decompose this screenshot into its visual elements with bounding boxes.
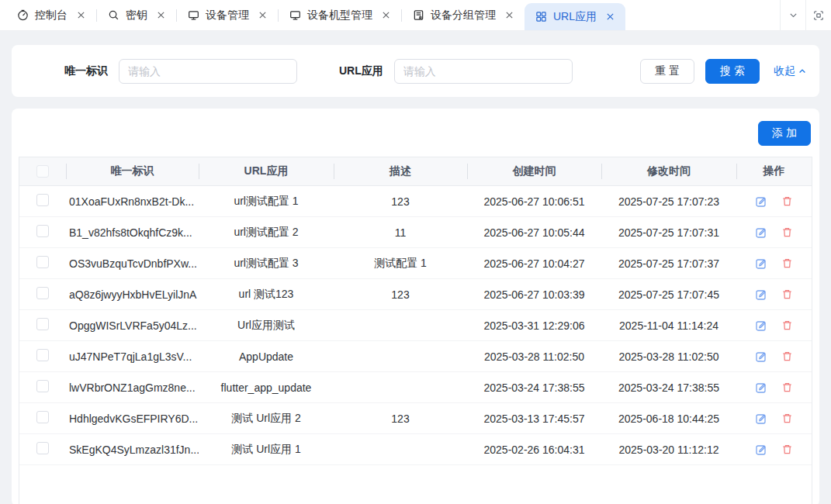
add-button[interactable]: 添 加 xyxy=(758,121,811,146)
fullscreen-button[interactable] xyxy=(805,0,831,30)
created-time-cell: 2025-06-27 10:03:39 xyxy=(467,288,601,301)
close-icon[interactable] xyxy=(258,11,267,19)
url-app-cell: flutter_app_update xyxy=(199,381,334,394)
device-group-icon xyxy=(413,9,424,21)
url-app-cell: Url应用测试 xyxy=(199,319,334,333)
unique-id-cell: OS3vuBzquTcvDnbfPXw... xyxy=(66,257,199,270)
column-header-created: 创建时间 xyxy=(467,157,601,185)
actions-cell xyxy=(736,381,812,394)
url-app-cell: AppUpdate xyxy=(199,350,334,363)
row-checkbox[interactable] xyxy=(36,442,49,454)
monitor-icon xyxy=(188,9,199,21)
tab-list: 控制台 密钥 设备管理 xyxy=(6,0,780,30)
tab-label: 设备管理 xyxy=(206,9,249,22)
edit-icon[interactable] xyxy=(755,226,767,239)
modified-time-cell: 2025-07-25 17:07:31 xyxy=(601,226,736,239)
row-checkbox[interactable] xyxy=(36,411,49,423)
edit-icon[interactable] xyxy=(755,257,767,270)
row-checkbox[interactable] xyxy=(36,318,49,330)
unique-id-input[interactable] xyxy=(119,59,297,84)
created-time-cell: 2025-06-27 10:06:51 xyxy=(467,195,601,208)
unique-id-cell: uJ47NPeT7qjLa1gL3sV... xyxy=(66,350,199,363)
edit-icon[interactable] xyxy=(755,444,767,456)
created-time-cell: 2025-02-26 16:04:31 xyxy=(467,444,601,456)
delete-icon[interactable] xyxy=(781,319,793,331)
table-toolbar: 添 加 xyxy=(19,121,812,146)
edit-icon[interactable] xyxy=(755,288,767,301)
reset-button[interactable]: 重 置 xyxy=(640,59,694,84)
tab-device-model-management[interactable]: 设备机型管理 xyxy=(279,0,401,30)
actions-cell xyxy=(736,195,812,208)
delete-icon[interactable] xyxy=(781,288,793,300)
actions-cell xyxy=(736,319,812,332)
modified-time-cell: 2025-03-28 11:02:50 xyxy=(601,350,736,363)
column-header-url-app: URL应用 xyxy=(199,157,334,185)
column-header-description: 描述 xyxy=(334,157,467,185)
row-checkbox[interactable] xyxy=(36,194,49,206)
row-checkbox[interactable] xyxy=(36,380,49,392)
delete-icon[interactable] xyxy=(781,381,793,393)
delete-icon[interactable] xyxy=(781,444,793,455)
tab-keys[interactable]: 密钥 xyxy=(97,0,176,30)
tabs-dropdown-button[interactable] xyxy=(780,0,805,30)
table-panel: 添 加 唯一标识 URL应用 描述 创建时间 修改时间 操作 01XoaFUxR… xyxy=(12,109,819,504)
row-checkbox[interactable] xyxy=(36,349,49,361)
search-button[interactable]: 搜 索 xyxy=(705,59,760,84)
page-content: 唯一标识 URL应用 重 置 搜 索 收起 添 加 唯一标识 xyxy=(0,31,831,504)
description-cell: 123 xyxy=(334,195,467,208)
unique-id-cell: SkEgKQ4SyLmzazl31fJn... xyxy=(66,444,199,456)
row-checkbox[interactable] xyxy=(36,287,49,299)
actions-cell xyxy=(736,350,812,363)
actions-cell xyxy=(736,226,812,239)
magnifier-icon xyxy=(108,9,119,21)
modified-time-cell: 2025-03-24 17:38:55 xyxy=(601,381,736,394)
url-app-cell: url测试配置 1 xyxy=(199,195,334,209)
url-app-cell: 测试 Url应用 2 xyxy=(199,412,334,426)
table-row: 01XoaFUxRn8nxB2t-Dk...url测试配置 11232025-0… xyxy=(19,186,812,217)
modified-time-cell: 2025-03-20 11:12:12 xyxy=(601,444,736,456)
edit-icon[interactable] xyxy=(755,319,767,332)
collapse-link[interactable]: 收起 xyxy=(774,64,807,78)
table-header: 唯一标识 URL应用 描述 创建时间 修改时间 操作 xyxy=(19,157,812,186)
select-all-checkbox[interactable] xyxy=(36,165,49,178)
unique-id-cell: aQ8z6jwyyHxbHvELyilJnA xyxy=(66,288,199,301)
tab-label: 密钥 xyxy=(126,9,147,22)
delete-icon[interactable] xyxy=(781,195,793,207)
close-icon[interactable] xyxy=(606,12,615,21)
edit-icon[interactable] xyxy=(755,350,767,363)
tab-url-app[interactable]: URL应用 xyxy=(525,3,625,30)
modified-time-cell: 2025-07-25 17:07:37 xyxy=(601,257,736,270)
close-icon[interactable] xyxy=(77,11,85,19)
delete-icon[interactable] xyxy=(781,350,793,362)
row-checkbox[interactable] xyxy=(36,225,49,237)
edit-icon[interactable] xyxy=(755,381,767,394)
row-select-cell xyxy=(19,318,66,333)
close-icon[interactable] xyxy=(157,11,165,19)
delete-icon[interactable] xyxy=(781,257,793,269)
close-icon[interactable] xyxy=(382,11,390,19)
tab-device-group-management[interactable]: 设备分组管理 xyxy=(402,0,525,30)
search-panel: 唯一标识 URL应用 重 置 搜 索 收起 xyxy=(12,45,819,97)
tab-label: 控制台 xyxy=(35,9,68,22)
tab-console[interactable]: 控制台 xyxy=(6,0,96,30)
tab-device-management[interactable]: 设备管理 xyxy=(177,0,278,30)
row-checkbox[interactable] xyxy=(36,256,49,268)
close-icon[interactable] xyxy=(505,11,514,19)
modified-time-cell: 2025-07-25 17:07:23 xyxy=(601,195,736,208)
edit-icon[interactable] xyxy=(755,195,767,208)
url-app-cell: url测试配置 2 xyxy=(199,226,334,240)
monitor-icon xyxy=(289,9,301,21)
delete-icon[interactable] xyxy=(781,413,793,424)
tab-label: 设备机型管理 xyxy=(307,9,372,22)
unique-id-cell: lwVRbrONZ1agGmz8ne... xyxy=(66,381,199,394)
modified-time-cell: 2025-11-04 11:14:24 xyxy=(601,319,736,332)
url-app-input[interactable] xyxy=(394,59,573,84)
delete-icon[interactable] xyxy=(781,226,793,238)
table-row: uJ47NPeT7qjLa1gL3sV...AppUpdate2025-03-2… xyxy=(19,341,812,372)
edit-icon[interactable] xyxy=(755,413,767,425)
row-select-cell xyxy=(19,256,66,271)
table-body: 01XoaFUxRn8nxB2t-Dk...url测试配置 11232025-0… xyxy=(19,186,812,465)
created-time-cell: 2025-03-28 11:02:50 xyxy=(467,350,601,363)
unique-id-cell: HdhlgedvKGsEFPIRY6D... xyxy=(66,413,199,425)
actions-cell xyxy=(736,413,812,425)
